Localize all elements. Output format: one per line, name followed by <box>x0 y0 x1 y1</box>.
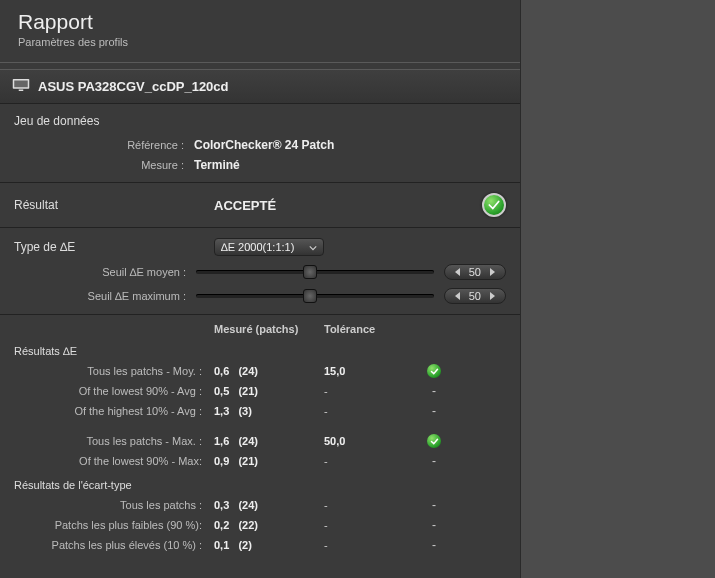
triangle-right-icon[interactable] <box>489 268 495 276</box>
avg-threshold-stepper[interactable]: 50 <box>444 264 506 280</box>
row-label: Of the highest 10% - Avg : <box>14 405 214 417</box>
dataset-heading: Jeu de données <box>14 114 506 128</box>
table-row: Of the lowest 90% - Max:0,9 (21)-- <box>14 453 506 469</box>
side-panel <box>520 0 715 578</box>
row-tolerance: - <box>324 455 414 467</box>
measure-label: Mesure : <box>14 159 194 171</box>
profile-section: ASUS PA328CGV_ccDP_120cd <box>0 69 520 104</box>
row-label: Tous les patchs - Max. : <box>14 435 214 447</box>
table-row: Tous les patchs - Moy. :0,6 (24)15,0 <box>14 363 506 379</box>
row-tolerance: - <box>324 519 414 531</box>
results-table: Mesuré (patchs) Tolérance Résultats ∆E T… <box>0 315 520 567</box>
avg-threshold-value: 50 <box>469 266 481 278</box>
result-row: Résultat ACCEPTÉ <box>0 183 520 228</box>
max-threshold-slider[interactable] <box>196 294 434 298</box>
group-stddev: Résultats de l'écart-type <box>14 479 506 491</box>
row-status: - <box>414 404 454 418</box>
profile-name: ASUS PA328CGV_ccDP_120cd <box>38 79 229 94</box>
table-row: Patchs les plus élevés (10 %) :0,1 (2)-- <box>14 537 506 553</box>
deltae-type-label: Type de ∆E <box>14 240 214 254</box>
triangle-left-icon[interactable] <box>455 268 461 276</box>
row-measured: 0,5 (21) <box>214 385 324 397</box>
row-label: Of the lowest 90% - Max: <box>14 455 214 467</box>
max-threshold-label: Seuil ∆E maximum : <box>14 290 186 302</box>
row-status: - <box>414 454 454 468</box>
triangle-left-icon[interactable] <box>455 292 461 300</box>
table-row: Of the highest 10% - Avg :1,3 (3)-- <box>14 403 506 419</box>
col-measured: Mesuré (patchs) <box>214 323 324 335</box>
reference-label: Référence : <box>14 139 194 151</box>
row-status: - <box>414 518 454 532</box>
row-label: Tous les patchs : <box>14 499 214 511</box>
measure-value: Terminé <box>194 158 240 172</box>
row-status: - <box>414 384 454 398</box>
row-label: Of the lowest 90% - Avg : <box>14 385 214 397</box>
row-measured: 0,2 (22) <box>214 519 324 531</box>
row-tolerance: - <box>324 385 414 397</box>
report-header: Rapport Paramètres des profils <box>0 0 520 54</box>
row-label: Patchs les plus faibles (90 %): <box>14 519 214 531</box>
table-row: Tous les patchs :0,3 (24)-- <box>14 497 506 513</box>
row-measured: 1,3 (3) <box>214 405 324 417</box>
row-status: - <box>414 538 454 552</box>
row-label: Patchs les plus élevés (10 %) : <box>14 539 214 551</box>
dataset-panel: Jeu de données Référence : ColorChecker®… <box>0 104 520 183</box>
table-row: Patchs les plus faibles (90 %):0,2 (22)-… <box>14 517 506 533</box>
slider-thumb[interactable] <box>303 265 317 279</box>
max-threshold-value: 50 <box>469 290 481 302</box>
avg-threshold-label: Seuil ∆E moyen : <box>14 266 186 278</box>
row-tolerance: - <box>324 539 414 551</box>
table-row: Of the lowest 90% - Avg :0,5 (21)-- <box>14 383 506 399</box>
check-pass-icon <box>427 364 441 378</box>
table-row: Tous les patchs - Max. :1,6 (24)50,0 <box>14 433 506 449</box>
row-label: Tous les patchs - Moy. : <box>14 365 214 377</box>
row-status: - <box>414 498 454 512</box>
svg-rect-1 <box>14 81 28 88</box>
deltae-type-dropdown[interactable]: ∆E 2000(1:1:1) <box>214 238 324 256</box>
result-value: ACCEPTÉ <box>214 198 482 213</box>
row-tolerance: - <box>324 499 414 511</box>
row-tolerance: - <box>324 405 414 417</box>
avg-threshold-slider[interactable] <box>196 270 434 274</box>
max-threshold-stepper[interactable]: 50 <box>444 288 506 304</box>
check-pass-icon <box>482 193 506 217</box>
deltae-type-value: ∆E 2000(1:1:1) <box>221 241 294 253</box>
reference-value: ColorChecker® 24 Patch <box>194 138 334 152</box>
page-title: Rapport <box>18 10 502 34</box>
row-measured: 0,6 (24) <box>214 365 324 377</box>
page-subtitle: Paramètres des profils <box>18 36 502 48</box>
group-deltae: Résultats ∆E <box>14 345 506 357</box>
row-status <box>414 434 454 448</box>
slider-thumb[interactable] <box>303 289 317 303</box>
triangle-right-icon[interactable] <box>489 292 495 300</box>
check-pass-icon <box>427 434 441 448</box>
col-tolerance: Tolérance <box>324 323 414 335</box>
row-measured: 0,3 (24) <box>214 499 324 511</box>
row-measured: 0,1 (2) <box>214 539 324 551</box>
result-label: Résultat <box>14 198 214 212</box>
monitor-icon <box>12 78 30 95</box>
svg-rect-2 <box>19 90 24 92</box>
row-tolerance: 15,0 <box>324 365 414 377</box>
row-measured: 1,6 (24) <box>214 435 324 447</box>
row-tolerance: 50,0 <box>324 435 414 447</box>
row-measured: 0,9 (21) <box>214 455 324 467</box>
row-status <box>414 364 454 378</box>
chevron-down-icon <box>309 241 317 253</box>
